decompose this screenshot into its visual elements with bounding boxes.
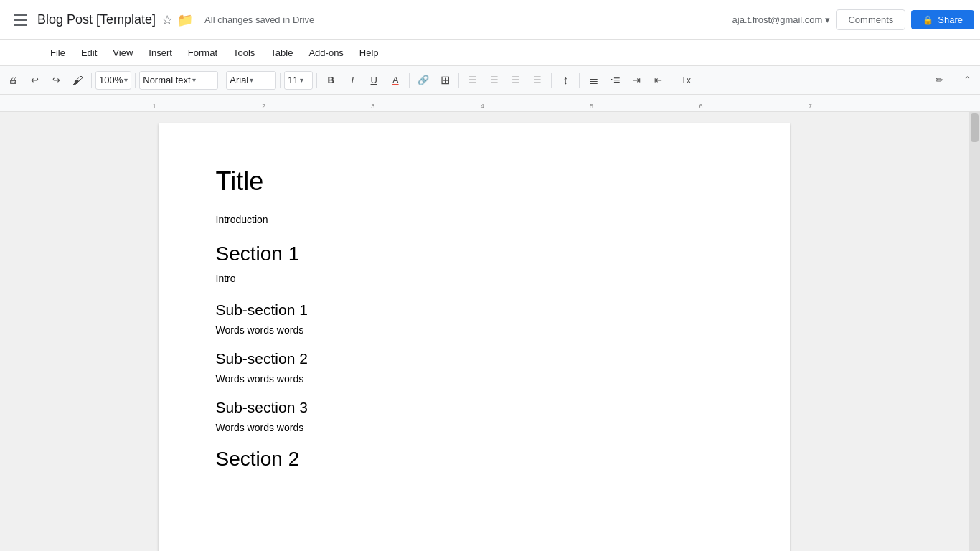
menu-format[interactable]: Format [181,44,225,61]
toolbar: 🖨 ↩ ↪ 🖌 100% ▾ Normal text ▾ Arial ▾ 11 … [0,66,980,95]
menu-edit[interactable]: Edit [74,44,104,61]
divider [953,73,953,88]
subsection1-body[interactable]: Words words words [216,324,732,336]
main-area: Title Introduction Section 1 Intro Sub-s… [0,112,980,551]
align-right-button[interactable]: ☰ [506,70,526,90]
subsection3-body[interactable]: Words words words [216,422,732,433]
document-page[interactable]: Title Introduction Section 1 Intro Sub-s… [159,123,790,551]
save-status: All changes saved in Drive [204,14,314,25]
left-margin [0,112,154,551]
decrease-indent-button[interactable]: ⇥ [626,70,646,90]
font-size-selector[interactable]: 11 ▾ [284,71,313,90]
line-spacing-button[interactable]: ↕ [555,70,575,90]
user-email[interactable]: aja.t.frost@gmail.com ▾ [732,14,831,25]
top-bar: Blog Post [Template] ☆ 📁 All changes sav… [0,0,980,40]
print-button[interactable]: 🖨 [3,70,23,90]
ruler: 1 2 3 4 5 6 7 [0,95,980,112]
menu-addons[interactable]: Add-ons [301,44,350,61]
italic-button[interactable]: I [342,70,362,90]
paragraph-style-selector[interactable]: Normal text ▾ [139,71,218,90]
insert-image-button[interactable]: ⊞ [435,70,455,90]
divider [458,73,459,88]
menu-tools[interactable]: Tools [226,44,262,61]
doc-title[interactable]: Blog Post [Template] [37,12,156,27]
subsection1-heading[interactable]: Sub-section 1 [216,301,732,319]
undo-button[interactable]: ↩ [24,70,44,90]
document-introduction[interactable]: Introduction [216,214,732,225]
menu-file[interactable]: File [43,44,72,61]
menu-bar: File Edit View Insert Format Tools Table… [0,40,980,66]
divider [135,73,136,88]
divider [222,73,222,88]
star-icon[interactable]: ☆ [161,12,173,28]
section2-heading[interactable]: Section 2 [216,448,732,471]
doc-title-area: Blog Post [Template] ☆ 📁 All changes sav… [37,12,732,28]
menu-insert[interactable]: Insert [141,44,179,61]
lock-icon: 🔒 [923,15,933,25]
divider [91,73,92,88]
underline-button[interactable]: U [364,70,384,90]
unordered-list-button[interactable]: ⋅≡ [605,70,625,90]
font-family-selector[interactable]: Arial ▾ [226,71,276,90]
menu-help[interactable]: Help [352,44,386,61]
collapse-toolbar-button[interactable]: ⌃ [957,70,977,90]
redo-button[interactable]: ↪ [46,70,66,90]
top-right-area: aja.t.frost@gmail.com ▾ Comments 🔒 Share [732,9,974,30]
right-margin [793,112,980,551]
divider [409,73,410,88]
clear-formatting-button[interactable]: Tx [676,70,696,90]
ordered-list-button[interactable]: ≣ [583,70,603,90]
comments-button[interactable]: Comments [836,9,905,30]
divider [316,73,317,88]
paint-format-button[interactable]: 🖌 [67,70,88,90]
document-title[interactable]: Title [216,166,732,197]
hamburger-menu[interactable] [6,6,34,34]
zoom-selector[interactable]: 100% ▾ [95,71,131,90]
increase-indent-button[interactable]: ⇤ [648,70,668,90]
bold-button[interactable]: B [321,70,341,90]
folder-icon[interactable]: 📁 [177,12,193,28]
divider [579,73,580,88]
divider [551,73,552,88]
subsection2-body[interactable]: Words words words [216,373,732,385]
document-area[interactable]: Title Introduction Section 1 Intro Sub-s… [154,112,793,551]
pen-button[interactable]: ✏ [929,70,949,90]
align-left-button[interactable]: ☰ [463,70,483,90]
insert-link-button[interactable]: 🔗 [413,70,433,90]
menu-table[interactable]: Table [263,44,300,61]
subsection3-heading[interactable]: Sub-section 3 [216,399,732,416]
align-center-button[interactable]: ☰ [484,70,504,90]
text-color-button[interactable]: A [385,70,405,90]
share-button[interactable]: 🔒 Share [911,10,974,29]
section1-heading[interactable]: Section 1 [216,242,732,265]
menu-view[interactable]: View [105,44,140,61]
divider [672,73,672,88]
divider [280,73,281,88]
subsection2-heading[interactable]: Sub-section 2 [216,350,732,367]
section1-intro[interactable]: Intro [216,273,732,284]
align-justify-button[interactable]: ☰ [527,70,547,90]
